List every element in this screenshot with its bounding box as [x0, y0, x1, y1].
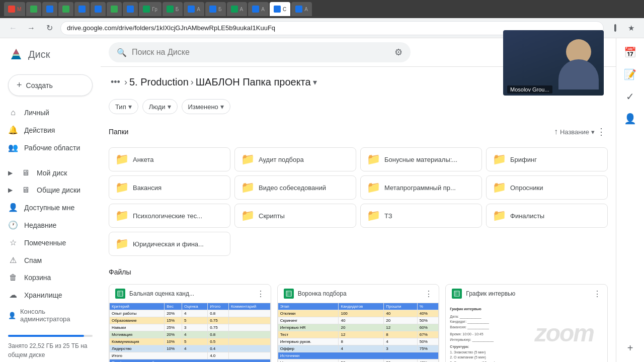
- zoom-watermark: zoom: [535, 319, 594, 347]
- sidebar-item-recent[interactable]: 🕐 Недавние: [0, 216, 97, 234]
- filter-people-chip[interactable]: Люди ▾: [142, 99, 178, 114]
- gmail-favicon: [8, 6, 15, 13]
- search-input[interactable]: [132, 48, 389, 57]
- right-panel-tasks-button[interactable]: ✓: [620, 86, 640, 107]
- tab-2[interactable]: [26, 2, 41, 16]
- search-box[interactable]: 🔍 ⚙: [109, 42, 411, 62]
- tab6-favicon: [95, 6, 102, 13]
- folder-item-anketa[interactable]: 📁 Анкета ⋮: [109, 147, 230, 171]
- folder-icon: 📁: [367, 153, 380, 166]
- tab-14[interactable]: A: [248, 2, 269, 16]
- folder-item-video[interactable]: 📁 Видео собеседований ⋮: [234, 175, 356, 200]
- tab-7[interactable]: [107, 2, 122, 16]
- folder-item-tz[interactable]: 📁 ТЗ ⋮: [360, 204, 482, 228]
- tab-3[interactable]: [42, 2, 57, 16]
- right-panel-notes-button[interactable]: 📝: [620, 64, 640, 84]
- file-name-funnel: Воронка подбора: [298, 290, 421, 297]
- folder-icon: 📁: [115, 153, 129, 166]
- folder-item-briefing[interactable]: 📁 Брифинг ⋮: [486, 147, 608, 171]
- file-more-button-2[interactable]: ⋮: [593, 289, 601, 299]
- file-more-button-1[interactable]: ⋮: [425, 289, 433, 299]
- sort-button[interactable]: Название ▾: [560, 128, 595, 136]
- monitor-icon: 🖥: [21, 168, 31, 177]
- breadcrumb-current: ШАБЛОН Папка проекта ▾: [196, 76, 317, 88]
- clock-icon: 🕐: [8, 220, 18, 230]
- filter-modified-chip[interactable]: Изменено ▾: [182, 99, 230, 114]
- forward-button[interactable]: →: [24, 21, 38, 35]
- right-panel-contacts-button[interactable]: 👤: [620, 109, 640, 129]
- filter-people-arrow-icon: ▾: [168, 103, 171, 111]
- sidebar-item-storage[interactable]: ☁ Хранилище: [0, 286, 97, 304]
- sidebar-item-actions[interactable]: 🔔 Действия: [0, 121, 97, 139]
- breadcrumb-more-button[interactable]: •••: [109, 75, 122, 89]
- create-button[interactable]: + Создать: [8, 74, 93, 96]
- file-preview-score: КритерийВесОценкаИтогоКомментарий Опыт р…: [109, 303, 271, 362]
- tab-5[interactable]: [74, 2, 90, 16]
- folder-item-psych[interactable]: 📁 Психологические тес... ⋮: [109, 204, 230, 228]
- sidebar-item-trash[interactable]: 🗑 Корзина: [0, 269, 97, 286]
- files-section-title: Файлы: [109, 268, 608, 276]
- sidebar-item-workspaces[interactable]: 👥 Рабочие области: [0, 139, 97, 156]
- tab-last[interactable]: A: [291, 2, 312, 16]
- right-panel-add-button[interactable]: +: [620, 338, 640, 358]
- back-button[interactable]: ←: [6, 21, 20, 35]
- cloud-icon: ☁: [8, 290, 18, 300]
- right-panel-calendar-button[interactable]: 📅: [620, 42, 640, 62]
- sidebar-item-shared-drives[interactable]: ▶ 🖥 Общие диски: [0, 182, 97, 199]
- tab3-favicon: [46, 6, 53, 13]
- admin-link[interactable]: 👤 Консоль администратора: [0, 304, 101, 327]
- folder-icon: 📁: [241, 209, 255, 222]
- reload-button[interactable]: ↻: [42, 21, 56, 35]
- folder-item-meta[interactable]: 📁 Метапрограммный пр... ⋮: [360, 175, 482, 200]
- bell-icon: 🔔: [8, 125, 18, 135]
- breadcrumb-parent-link[interactable]: 5. Production: [129, 76, 189, 88]
- sort-dropdown-icon: ▾: [591, 128, 595, 136]
- tab-8[interactable]: [123, 2, 138, 16]
- file-card-funnel[interactable]: Воронка подбора ⋮ ЭтапКандидатовПрошли% …: [277, 284, 440, 362]
- folders-more-button[interactable]: ⋮: [595, 124, 608, 139]
- bookmark-button[interactable]: ★: [624, 21, 638, 35]
- folder-item-surveys[interactable]: 📁 Опросники ⋮: [486, 175, 608, 200]
- filter-type-chip[interactable]: Тип ▾: [109, 99, 138, 114]
- tab-4[interactable]: [58, 2, 73, 16]
- tab-12[interactable]: Б: [205, 2, 226, 16]
- tab-13[interactable]: A: [227, 2, 248, 16]
- storage-bar: [8, 335, 93, 337]
- tab-active[interactable]: C: [270, 2, 290, 16]
- cast-button[interactable]: ⏽: [608, 21, 622, 35]
- folder-item-audit[interactable]: 📁 Аудит подбора ⋮: [234, 147, 356, 171]
- folder-grid: 📁 Анкета ⋮ 📁 Аудит подбора ⋮ 📁 Бонусные …: [109, 147, 608, 256]
- search-filter-button[interactable]: ⚙: [394, 47, 403, 58]
- breadcrumb-dropdown-icon[interactable]: ▾: [313, 77, 317, 87]
- sidebar-item-spam[interactable]: ⚠ Спам: [0, 251, 97, 269]
- sidebar-item-personal[interactable]: ⌂ Личный: [0, 104, 97, 121]
- drive-title: Диск: [28, 49, 50, 60]
- storage-section: Занято 22,52 ГБ из 25 ТБ на общем диске: [0, 327, 101, 362]
- folder-item-vacancy[interactable]: 📁 Вакансия ⋮: [109, 175, 230, 200]
- tab-10[interactable]: Б: [163, 2, 183, 16]
- expand-arrow-icon-2: ▶: [8, 187, 13, 194]
- tab7-favicon: [111, 6, 118, 13]
- people-icon: 👥: [8, 143, 18, 152]
- tab8-favicon: [127, 6, 134, 13]
- folder-item-legal[interactable]: 📁 Юридическая и фина... ⋮: [109, 232, 230, 256]
- folders-section-header: Папки ↑ Название ▾ ⋮: [109, 120, 608, 143]
- sheets-icon: [115, 289, 125, 299]
- tab-9[interactable]: Гр: [139, 2, 161, 16]
- tab-11[interactable]: A: [184, 2, 204, 16]
- sidebar-item-starred[interactable]: ☆ Помеченные: [0, 234, 97, 251]
- folder-item-finalists[interactable]: 📁 Финалисты ⋮: [486, 204, 608, 228]
- folder-item-scripts[interactable]: 📁 Скрипты ⋮: [234, 204, 356, 228]
- sheets-icon-2: [284, 289, 294, 299]
- file-name-score: Бальная оценка канд...: [129, 290, 253, 297]
- browser-chrome: M Гр Б A: [0, 0, 644, 18]
- browser-tabs: M Гр Б A: [4, 2, 640, 16]
- sidebar-item-mydrive[interactable]: ▶ 🖥 Мой диск: [0, 164, 97, 182]
- file-card-score[interactable]: Бальная оценка канд... ⋮ КритерийВесОцен…: [109, 284, 271, 362]
- tab-gmail[interactable]: M: [4, 2, 25, 16]
- tab-6[interactable]: [91, 2, 106, 16]
- sidebar-item-shared-me[interactable]: 👤 Доступные мне: [0, 199, 97, 216]
- file-more-button-0[interactable]: ⋮: [257, 289, 265, 299]
- sidebar: Диск + Создать ⌂ Личный 🔔 Действия 👥 Раб…: [0, 38, 101, 362]
- folder-item-bonus[interactable]: 📁 Бонусные материалы:... ⋮: [360, 147, 482, 171]
